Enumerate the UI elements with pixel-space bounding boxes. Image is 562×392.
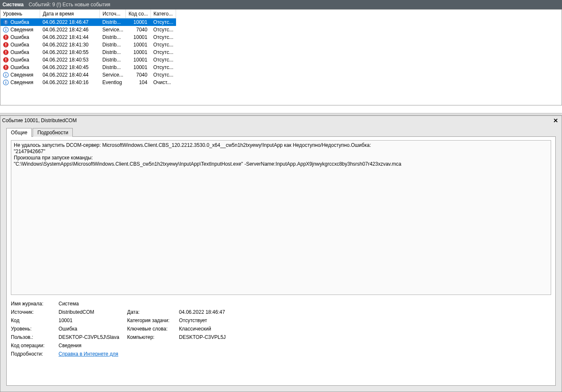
- cell-datetime: 04.06.2022 18:40:45: [40, 64, 100, 71]
- cell-level: Ошибка: [10, 57, 29, 63]
- cell-category: Отсутс...: [151, 33, 176, 41]
- cell-code: 10001: [126, 33, 151, 41]
- lbl-code: Код: [11, 318, 57, 323]
- cell-level: Ошибка: [10, 49, 29, 55]
- lbl-level: Уровень:: [11, 326, 57, 332]
- cell-category: Отсутс...: [151, 26, 176, 33]
- lbl-logname: Имя журнала:: [11, 301, 57, 307]
- lbl-moreinfo: Подробности:: [11, 351, 57, 357]
- cell-level: Ошибка: [10, 34, 29, 40]
- close-icon[interactable]: ✕: [552, 117, 560, 124]
- cell-level: Сведения: [10, 79, 33, 85]
- val-source: DistributedCOM: [59, 309, 125, 315]
- cell-source: Eventlog: [100, 79, 126, 86]
- cell-source: Service...: [100, 26, 126, 33]
- error-icon: [3, 34, 9, 40]
- svg-rect-22: [5, 74, 6, 76]
- lbl-source: Источник:: [11, 309, 57, 315]
- col-category[interactable]: Катего...: [151, 10, 176, 18]
- cell-source: Distrib...: [100, 56, 126, 64]
- error-icon: [3, 57, 9, 63]
- cell-category: Очист...: [151, 79, 176, 86]
- svg-rect-10: [5, 43, 6, 45]
- svg-rect-19: [5, 66, 6, 68]
- cell-datetime: 04.06.2022 18:42:46: [40, 26, 100, 33]
- tabstrip: Общие Подробности: [0, 125, 562, 136]
- cell-level: Сведения: [10, 72, 33, 78]
- info-icon: [3, 72, 9, 78]
- svg-rect-8: [5, 38, 6, 39]
- tab-body-general: Не удалось запустить DCOM-сервер: Micros…: [6, 136, 556, 386]
- detail-title: Событие 10001, DistributedCOM: [2, 118, 77, 123]
- col-datetime[interactable]: Дата и время: [40, 10, 100, 18]
- svg-rect-23: [5, 73, 6, 74]
- cell-category: Отсутс...: [151, 18, 176, 26]
- col-level[interactable]: Уровень: [0, 10, 40, 18]
- lbl-date: Дата:: [127, 309, 177, 315]
- tab-general[interactable]: Общие: [6, 128, 32, 137]
- table-row[interactable]: Сведения04.06.2022 18:42:46Service...704…: [0, 26, 176, 33]
- table-row[interactable]: Сведения04.06.2022 18:40:16Eventlog104Оч…: [0, 79, 176, 86]
- cell-code: 7040: [126, 71, 151, 79]
- val-keywords: Классический: [179, 326, 304, 332]
- svg-rect-13: [5, 51, 6, 53]
- titlebar-status: Событий: 9 (!) Есть новые события: [29, 2, 110, 8]
- table-row[interactable]: Ошибка04.06.2022 18:41:44Distrib...10001…: [0, 33, 176, 41]
- table-row[interactable]: Ошибка04.06.2022 18:46:47Distrib...10001…: [0, 18, 176, 26]
- cell-datetime: 04.06.2022 18:41:44: [40, 33, 100, 41]
- val-code: 10001: [59, 318, 125, 323]
- event-grid[interactable]: Уровень Дата и время Источ... Код со... …: [0, 9, 562, 105]
- event-message[interactable]: Не удалось запустить DCOM-сервер: Micros…: [11, 140, 551, 295]
- lbl-taskcat: Категория задачи:: [127, 318, 177, 323]
- titlebar: Система Событий: 9 (!) Есть новые событи…: [0, 0, 562, 9]
- cell-source: Service...: [100, 71, 126, 79]
- cell-code: 104: [126, 79, 151, 86]
- val-user: DESKTOP-C3VPL5J\Slava: [59, 334, 125, 340]
- svg-rect-11: [5, 46, 6, 46]
- val-computer: DESKTOP-C3VPL5J: [179, 334, 304, 340]
- cell-code: 10001: [126, 64, 151, 71]
- event-table: Уровень Дата и время Источ... Код со... …: [0, 10, 176, 86]
- info-icon: [3, 27, 9, 33]
- cell-category: Отсутс...: [151, 56, 176, 64]
- cell-source: Distrib...: [100, 49, 126, 56]
- lbl-opcode: Код операции:: [11, 343, 57, 348]
- error-icon: [3, 49, 9, 55]
- cell-datetime: 04.06.2022 18:40:55: [40, 49, 100, 56]
- val-level: Ошибка: [59, 326, 125, 332]
- lbl-user: Пользов.:: [11, 334, 57, 340]
- error-icon: [3, 42, 9, 48]
- cell-datetime: 04.06.2022 18:41:30: [40, 41, 100, 49]
- svg-rect-25: [5, 82, 6, 84]
- svg-rect-14: [5, 53, 6, 54]
- cell-code: 10001: [126, 49, 151, 56]
- cell-code: 10001: [126, 18, 151, 26]
- detail-pane: Событие 10001, DistributedCOM ✕ Общие По…: [0, 115, 562, 392]
- svg-rect-16: [5, 58, 6, 60]
- table-row[interactable]: Сведения04.06.2022 18:40:44Service...704…: [0, 71, 176, 79]
- col-code[interactable]: Код со...: [126, 10, 151, 18]
- cell-level: Сведения: [10, 27, 33, 33]
- cell-datetime: 04.06.2022 18:40:53: [40, 56, 100, 64]
- table-row[interactable]: Ошибка04.06.2022 18:40:53Distrib...10001…: [0, 56, 176, 64]
- cell-datetime: 04.06.2022 18:40:16: [40, 79, 100, 86]
- col-source[interactable]: Источ...: [100, 10, 126, 18]
- cell-level: Ошибка: [10, 19, 29, 25]
- cell-source: Distrib...: [100, 18, 126, 26]
- cell-category: Отсутс...: [151, 71, 176, 79]
- val-logname: Система: [59, 301, 304, 307]
- titlebar-title: Система: [3, 2, 24, 8]
- error-icon: [3, 19, 9, 25]
- table-row[interactable]: Ошибка04.06.2022 18:41:30Distrib...10001…: [0, 41, 176, 49]
- svg-rect-7: [5, 36, 6, 38]
- svg-rect-5: [5, 28, 6, 29]
- val-moreinfo: Справка в Интернете для: [59, 351, 304, 357]
- help-link[interactable]: Справка в Интернете для: [59, 351, 118, 357]
- val-opcode: Сведения: [59, 343, 304, 348]
- table-row[interactable]: Ошибка04.06.2022 18:40:45Distrib...10001…: [0, 64, 176, 71]
- cell-source: Distrib...: [100, 33, 126, 41]
- svg-rect-17: [5, 61, 6, 61]
- lbl-computer: Компьютер:: [127, 334, 177, 340]
- tab-details[interactable]: Подробности: [33, 128, 73, 137]
- table-row[interactable]: Ошибка04.06.2022 18:40:55Distrib...10001…: [0, 49, 176, 56]
